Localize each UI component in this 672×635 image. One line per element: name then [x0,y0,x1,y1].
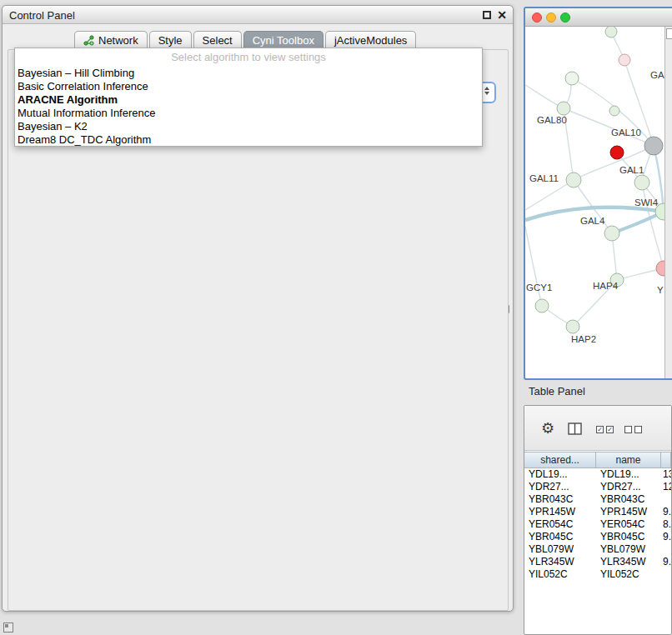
control-panel-window: Control Panel ✕ Network Style [2,5,514,612]
node-label: HAP4 [593,281,619,291]
table-row[interactable]: YDL19... YDL19... 13 [524,468,671,481]
network-node[interactable] [605,27,617,38]
select-all-icon[interactable]: ✓ ✓ [596,426,614,433]
column-header-shared[interactable]: shared... [524,452,596,468]
tab-network[interactable]: Network [74,31,148,49]
network-edge[interactable] [525,227,542,306]
network-node[interactable] [566,320,579,333]
network-view-window: GAL80 GAL GAL10 GAL1 GAL11 SWI4 GAL4 GCY… [524,7,672,380]
dropdown-item[interactable]: Dream8 DC_TDC Algorithm [15,133,482,147]
dropdown-placeholder: Select algorithm to view settings [15,48,482,67]
tab-label: Select [203,34,233,47]
table-toolbar: ⚙ ✓ ✓ [524,406,671,451]
tab-label: jActiveModules [334,34,407,47]
table-row[interactable]: YBR043C YBR043C [524,493,671,506]
hidden-panel-icon[interactable] [3,622,13,632]
tab-label: Style [158,34,183,47]
node-label: GAL [650,70,664,80]
network-node[interactable] [557,102,570,115]
node-label: GCY1 [526,282,552,292]
dropdown-item[interactable]: Basic Correlation Inference [15,80,482,93]
minimize-traffic-light-icon[interactable] [546,12,556,22]
network-node[interactable] [535,299,549,312]
tab-label: Cyni Toolbox [253,34,314,47]
zoom-traffic-light-icon[interactable] [560,12,570,22]
network-node[interactable] [565,72,579,85]
combo-arrows-icon [484,87,489,95]
table-row[interactable]: YIL052C YIL052C [524,568,671,581]
network-node[interactable] [604,226,619,241]
network-node[interactable] [634,175,649,190]
network-node[interactable] [619,54,630,66]
float-window-icon[interactable] [483,11,491,19]
network-window-titlebar[interactable] [525,8,672,27]
dropdown-item[interactable]: Bayesian – K2 [15,120,482,133]
network-node[interactable] [609,106,619,116]
network-edge[interactable] [525,180,574,210]
tab-jactivemodules[interactable]: jActiveModules [325,31,416,49]
column-header-extra[interactable] [661,452,671,468]
network-node[interactable] [656,261,664,276]
gear-icon[interactable]: ⚙ [541,419,554,438]
network-graph[interactable]: GAL80 GAL GAL10 GAL1 GAL11 SWI4 GAL4 GCY… [525,27,664,378]
node-label: GAL10 [611,128,641,138]
dropdown-item[interactable]: Bayesian – Hill Climbing [15,67,482,80]
node-label: GAL80 [537,115,567,125]
columns-icon[interactable] [568,422,582,435]
tab-label: Network [98,34,138,47]
tab-cyni-toolbox[interactable]: Cyni Toolbox [243,31,323,49]
node-label: HAP2 [571,334,596,344]
column-header-name[interactable]: name [596,452,661,468]
control-panel-tabs: Network Style Select Cyni Toolbox jActiv… [74,31,418,49]
node-label: GAL1 [619,165,644,175]
dropdown-item-selected[interactable]: ARACNE Algorithm [15,93,482,107]
deselect-all-icon[interactable] [624,426,642,433]
dropdown-item[interactable]: Mutual Information Inference [15,107,482,120]
table-rows: YDL19... YDL19... 13 YDR27... YDR27... 1… [524,468,671,581]
close-traffic-light-icon[interactable] [532,12,542,22]
table-panel-title: Table Panel [529,385,585,398]
screen: Control Panel ✕ Network Style [0,0,672,635]
network-icon [83,35,94,46]
network-node[interactable] [566,172,581,188]
table-row[interactable]: YLR345W YLR345W 9. [524,556,671,568]
table-row[interactable]: YER054C YER054C 8. [524,518,671,531]
network-scrollbar[interactable] [664,27,672,378]
node-label: Y [657,285,664,295]
node-label: SWI4 [634,198,659,208]
table-row[interactable]: YBR045C YBR045C 9. [524,531,671,543]
node-label: GAL11 [529,173,559,183]
table-row[interactable]: YDR27... YDR27... 12 [524,481,671,493]
close-icon[interactable]: ✕ [497,10,507,20]
table-panel-window: ⚙ ✓ ✓ shared... name YDL19... YDL19... [524,405,672,635]
table-header: shared... name [524,452,671,468]
network-node[interactable] [610,146,624,159]
table-row[interactable]: YPR145W YPR145W 9. [524,506,671,518]
scrollbar-button[interactable] [666,28,672,39]
tab-select[interactable]: Select [193,31,242,49]
control-panel-titlebar[interactable]: Control Panel ✕ [3,6,513,24]
network-node[interactable] [644,137,663,155]
node-label: GAL4 [580,216,605,226]
tab-style[interactable]: Style [149,31,192,49]
table-row[interactable]: YBL079W YBL079W [524,543,671,556]
algorithm-dropdown-popup: Select algorithm to view settings Bayesi… [14,48,483,147]
window-title: Control Panel [9,9,75,22]
window-controls: ✕ [483,10,507,20]
